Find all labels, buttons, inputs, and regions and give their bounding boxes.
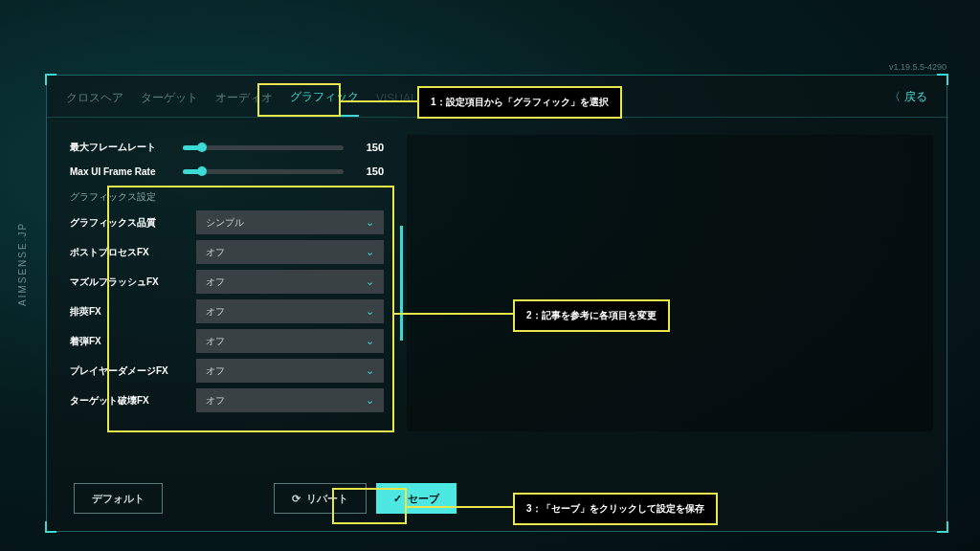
- callout-line: [341, 100, 417, 102]
- callout-1: 1：設定項目から「グラフィック」を選択: [417, 86, 622, 119]
- save-label: セーブ: [408, 492, 439, 506]
- dropdown-value: オフ: [206, 246, 225, 259]
- slider-max-ui-framerate: Max UI Frame Rate 150: [60, 160, 393, 183]
- chevron-down-icon: ⌄: [366, 394, 374, 407]
- callout-line: [394, 313, 513, 315]
- slider-label: 最大フレームレート: [70, 141, 173, 154]
- left-panel: 最大フレームレート 150 Max UI Frame Rate 150 グラフィ…: [60, 135, 393, 431]
- setting-row: ポストプロセスFX オフ ⌄: [60, 237, 393, 267]
- setting-row: 着弾FX オフ ⌄: [60, 326, 393, 356]
- dropdown-value: オフ: [206, 305, 225, 319]
- setting-label: グラフィックス品質: [70, 216, 189, 230]
- chevron-left-icon: 〈: [889, 89, 901, 105]
- setting-label: ターゲット破壊FX: [70, 394, 189, 408]
- tab-crosshair[interactable]: クロスヘア: [66, 90, 123, 116]
- setting-row: 排莢FX オフ ⌄: [60, 297, 393, 326]
- callout-3: 3：「セーブ」をクリックして設定を保存: [513, 493, 718, 525]
- setting-row: プレイヤーダメージFX オフ ⌄: [60, 356, 393, 386]
- setting-label: 着弾FX: [70, 335, 189, 348]
- callout-2: 2：記事を参考に各項目を変更: [513, 299, 670, 332]
- tab-audio[interactable]: オーディオ: [215, 90, 273, 116]
- slider-track[interactable]: [183, 145, 344, 150]
- setting-dropdown[interactable]: オフ ⌄: [196, 388, 384, 412]
- chevron-down-icon: ⌄: [366, 216, 374, 229]
- setting-dropdown[interactable]: オフ ⌄: [196, 359, 384, 383]
- settings-content: 最大フレームレート 150 Max UI Frame Rate 150 グラフィ…: [47, 118, 947, 431]
- section-header-graphics: グラフィックス設定: [60, 183, 393, 208]
- refresh-icon: ⟳: [292, 493, 301, 505]
- save-button[interactable]: ✓ セーブ: [376, 483, 457, 514]
- setting-label: ポストプロセスFX: [70, 246, 189, 259]
- tab-target[interactable]: ターゲット: [141, 90, 198, 116]
- footer-buttons: デフォルト ⟳ リバート ✓ セーブ: [74, 483, 457, 514]
- setting-label: マズルフラッシュFX: [70, 276, 189, 289]
- chevron-down-icon: ⌄: [366, 364, 374, 377]
- settings-list: グラフィックス品質 シンプル ⌄ ポストプロセスFX オフ ⌄ マズルフラッシュ…: [60, 208, 393, 415]
- dropdown-value: オフ: [206, 335, 225, 348]
- back-button[interactable]: 〈 戻る: [889, 89, 927, 105]
- slider-value: 150: [353, 165, 384, 177]
- chevron-down-icon: ⌄: [366, 246, 374, 258]
- slider-label: Max UI Frame Rate: [70, 166, 173, 177]
- chevron-down-icon: ⌄: [366, 305, 374, 318]
- preview-panel: [407, 135, 933, 431]
- setting-row: ターゲット破壊FX オフ ⌄: [60, 386, 393, 415]
- setting-dropdown[interactable]: オフ ⌄: [196, 299, 384, 323]
- setting-dropdown[interactable]: オフ ⌄: [196, 270, 384, 294]
- slider-thumb[interactable]: [197, 166, 207, 176]
- slider-value: 150: [353, 142, 384, 153]
- setting-row: マズルフラッシュFX オフ ⌄: [60, 267, 393, 297]
- setting-row: グラフィックス品質 シンプル ⌄: [60, 208, 393, 237]
- slider-thumb[interactable]: [197, 143, 207, 152]
- setting-dropdown[interactable]: シンプル ⌄: [196, 210, 384, 234]
- dropdown-value: オフ: [206, 276, 225, 289]
- dropdown-value: シンプル: [206, 216, 244, 230]
- chevron-down-icon: ⌄: [366, 276, 374, 288]
- settings-window: v1.19.5.5-4290 クロスヘア ターゲット オーディオ グラフィック …: [46, 75, 947, 532]
- dropdown-value: オフ: [206, 394, 225, 408]
- scrollbar[interactable]: [400, 226, 403, 341]
- setting-dropdown[interactable]: オフ ⌄: [196, 240, 384, 264]
- chevron-down-icon: ⌄: [366, 335, 374, 347]
- slider-track[interactable]: [183, 169, 344, 174]
- revert-label: リバート: [306, 492, 348, 506]
- setting-label: 排莢FX: [70, 305, 189, 319]
- corner-decoration: [45, 521, 56, 533]
- setting-label: プレイヤーダメージFX: [70, 364, 189, 378]
- watermark-text: AIMSENSE.JP: [17, 222, 28, 306]
- revert-button[interactable]: ⟳ リバート: [274, 483, 367, 514]
- callout-line: [407, 506, 513, 508]
- back-label: 戻る: [904, 89, 927, 105]
- tab-graphics[interactable]: グラフィック: [290, 89, 359, 117]
- default-button[interactable]: デフォルト: [74, 483, 163, 514]
- check-icon: ✓: [393, 493, 402, 505]
- setting-dropdown[interactable]: オフ ⌄: [196, 329, 384, 353]
- dropdown-value: オフ: [206, 364, 225, 378]
- slider-max-framerate: 最大フレームレート 150: [60, 135, 393, 160]
- corner-decoration: [937, 521, 948, 533]
- version-label: v1.19.5.5-4290: [889, 62, 947, 72]
